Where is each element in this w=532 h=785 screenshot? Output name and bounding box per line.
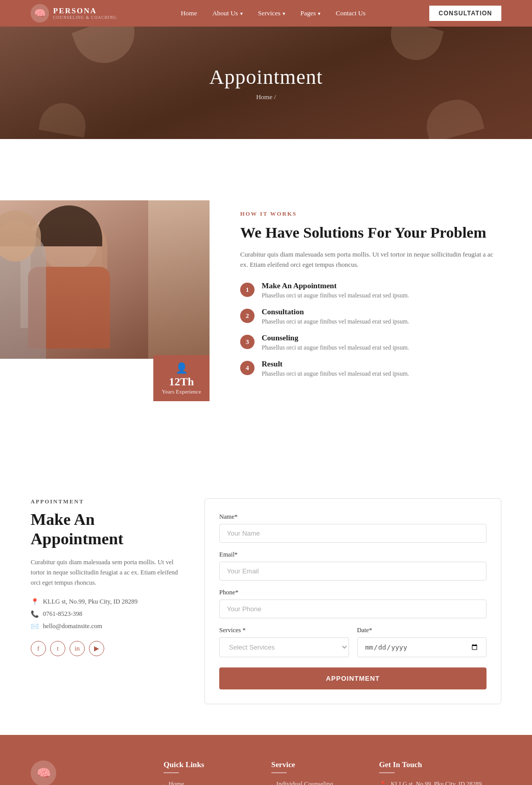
youtube-icon[interactable]: ▶ (89, 641, 104, 656)
how-it-works-layout: 👤 12Th Years Experience HOW IT WORKS We … (0, 170, 532, 437)
hero-content: Appointment Home / (209, 65, 322, 101)
date-group: Date* (357, 627, 487, 657)
experience-badge: 👤 12Th Years Experience (153, 355, 210, 401)
twitter-icon[interactable]: t (50, 641, 65, 656)
name-input[interactable] (219, 524, 487, 543)
email-icon: ✉️ (31, 622, 39, 631)
quick-links-title: Quick Links (164, 760, 251, 773)
date-label: Date* (357, 627, 487, 634)
breadcrumb-home[interactable]: Home (256, 93, 272, 101)
arrow-icon: › (164, 781, 166, 785)
step-content-3: Counseling Phasellus orci ut augue finib… (262, 334, 409, 352)
step-title-1: Make An Appointment (262, 282, 409, 290)
experience-number: 12Th (169, 375, 194, 388)
footer-service-col: Service › Individual Counseling › Couple… (271, 760, 359, 785)
section-description: Curabitur quis diam malesuada sem porta … (240, 249, 501, 271)
nav-pages[interactable]: Pages ▾ (300, 9, 320, 17)
footer-contact-col: Get In Touch 📍 KLLG st, No.99, Pku City,… (379, 760, 501, 785)
breadcrumb: Home / (209, 93, 322, 101)
phone-group: Phone* (219, 589, 487, 618)
section-title: We Have Solutions For Your Problem (240, 223, 501, 242)
appointment-tag: APPOINTMENT (31, 498, 179, 504)
footer-individual[interactable]: › Individual Counseling (271, 780, 359, 785)
navbar-logo[interactable]: 🧠 PERSONA COUNSELING & COACHING (31, 4, 117, 22)
instagram-icon[interactable]: in (70, 641, 85, 656)
section-tag: HOW IT WORKS (240, 211, 501, 217)
step-content-1: Make An Appointment Phasellus orci ut au… (262, 282, 409, 299)
services-date-row: Services * Select Services Individual Co… (219, 627, 487, 665)
contact-address: 📍 KLLG st, No.99, Pku City, ID 28289 (31, 598, 179, 606)
quick-links-list: › Home › About Us › Service › Contact Us (164, 780, 251, 785)
consultation-button[interactable]: CONSULTATION (429, 6, 501, 21)
social-links: f t in ▶ (31, 641, 179, 656)
person-icon: 👤 (175, 362, 188, 374)
form-card: Name* Email* Phone* Services * Select Se… (204, 498, 501, 704)
contact-info-list: 📍 KLLG st, No.99, Pku City, ID 28289 📞 0… (31, 598, 179, 631)
hero-section: Appointment Home / (0, 27, 532, 139)
email-field[interactable] (219, 562, 487, 581)
name-label: Name* (219, 513, 487, 521)
footer-address: 📍 KLLG st, No.99, Pku City, ID 28289 (379, 780, 501, 785)
appointment-info: APPOINTMENT Make An Appointment Curabitu… (31, 498, 179, 656)
step-1: 1 Make An Appointment Phasellus orci ut … (240, 282, 501, 299)
step-title-3: Counseling (262, 334, 409, 342)
email-text: hello@domainsite.com (43, 622, 102, 630)
phone-input[interactable] (219, 599, 487, 618)
location-icon: 📍 (31, 598, 39, 606)
footer-quick-links: Quick Links › Home › About Us › Service … (164, 760, 251, 785)
step-3: 3 Counseling Phasellus orci ut augue fin… (240, 334, 501, 352)
services-label: Services * (219, 627, 349, 634)
logo-text: PERSONA (53, 7, 97, 15)
step-number-3: 3 (240, 335, 255, 349)
nav-about[interactable]: About Us ▾ (212, 9, 242, 17)
step-number-1: 1 (240, 283, 255, 297)
appointment-submit-button[interactable]: APPOINTMENT (219, 667, 487, 689)
page-title: Appointment (209, 65, 322, 89)
email-group: Email* (219, 551, 487, 581)
contact-col-title: Get In Touch (379, 760, 501, 773)
service-list: › Individual Counseling › Couple Counsel… (271, 780, 359, 785)
navbar: 🧠 PERSONA COUNSELING & COACHING Home Abo… (0, 0, 532, 27)
nav-services[interactable]: Services ▾ (258, 9, 285, 17)
contact-phone: 📞 0761-8523-398 (31, 610, 179, 618)
step-content-4: Result Phasellus orci ut augue finibus v… (262, 360, 409, 378)
footer: 🧠 PERSONA COUNSELING & COACHING Lorem ip… (0, 735, 532, 785)
counseling-image (0, 200, 210, 359)
how-it-works-section: 👤 12Th Years Experience HOW IT WORKS We … (0, 139, 532, 468)
appointment-description: Curabitur quis diam malesuada sem porta … (31, 557, 179, 588)
chevron-down-icon: ▾ (240, 11, 243, 16)
chevron-down-icon: ▾ (318, 11, 320, 16)
step-2: 2 Consultation Phasellus orci ut augue f… (240, 308, 501, 326)
step-number-2: 2 (240, 309, 255, 323)
contact-email: ✉️ hello@domainsite.com (31, 622, 179, 631)
footer-logo-icon: 🧠 (31, 760, 56, 785)
facebook-icon[interactable]: f (31, 641, 46, 656)
step-desc-2: Phasellus orci ut augue finibus vel male… (262, 318, 409, 326)
nav-home[interactable]: Home (181, 9, 197, 17)
appointment-form-area: Name* Email* Phone* Services * Select Se… (204, 498, 501, 704)
footer-link-home[interactable]: › Home (164, 780, 251, 785)
logo-icon: 🧠 (31, 4, 49, 22)
service-col-title: Service (271, 760, 359, 773)
services-select[interactable]: Select Services Individual Counseling Co… (219, 637, 349, 657)
step-desc-1: Phasellus orci ut augue finibus vel male… (262, 292, 409, 299)
services-group: Services * Select Services Individual Co… (219, 627, 349, 657)
nav-contact[interactable]: Contact Us (336, 9, 365, 17)
step-title-4: Result (262, 360, 409, 368)
footer-brand: 🧠 PERSONA COUNSELING & COACHING Lorem ip… (31, 760, 143, 785)
appointment-section: APPOINTMENT Make An Appointment Curabitu… (0, 468, 532, 735)
experience-label: Years Experience (162, 388, 201, 395)
email-label: Email* (219, 551, 487, 559)
phone-text: 0761-8523-398 (43, 610, 82, 618)
footer-address-text: KLLG st, No.99, Pku City, ID 28289 (391, 780, 482, 785)
phone-label: Phone* (219, 589, 487, 596)
footer-top: 🧠 PERSONA COUNSELING & COACHING Lorem ip… (31, 760, 501, 785)
step-content-2: Consultation Phasellus orci ut augue fin… (262, 308, 409, 326)
step-desc-3: Phasellus orci ut augue finibus vel male… (262, 344, 409, 352)
date-input[interactable] (357, 637, 487, 657)
logo-sub: COUNSELING & COACHING (53, 15, 117, 20)
chevron-down-icon: ▾ (283, 11, 285, 16)
appointment-title: Make An Appointment (31, 510, 179, 549)
footer-location-icon: 📍 (379, 781, 387, 785)
step-4: 4 Result Phasellus orci ut augue finibus… (240, 360, 501, 378)
